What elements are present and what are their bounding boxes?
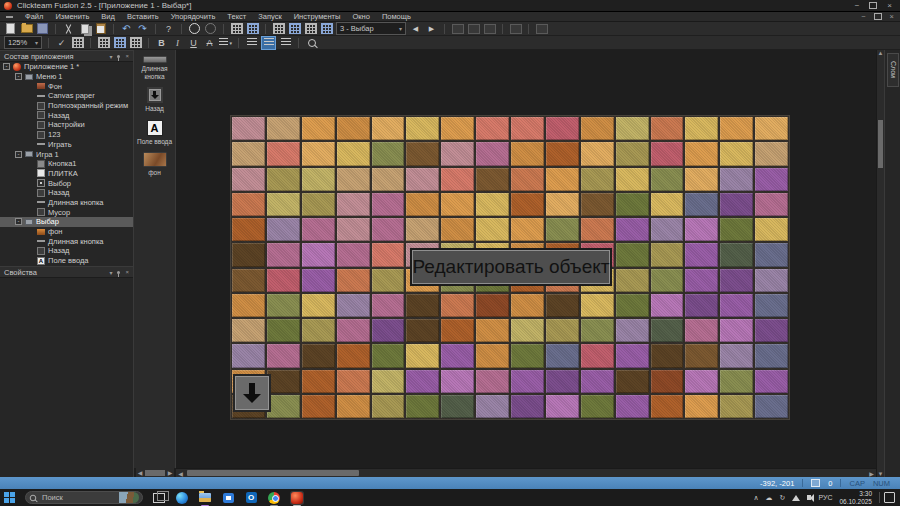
hidden-icons-chevron[interactable]: ∧ xyxy=(753,494,758,502)
onedrive-icon[interactable]: ☁ xyxy=(766,494,773,502)
network-icon[interactable] xyxy=(792,495,800,501)
event-editor-button[interactable] xyxy=(272,23,285,35)
scroll-left-icon[interactable]: ◀ xyxy=(176,470,185,477)
underline-button[interactable]: U xyxy=(187,37,200,49)
run-frame-button[interactable] xyxy=(204,23,217,35)
notification-center-button[interactable] xyxy=(879,492,896,503)
library-scrollbar-thumb[interactable] xyxy=(145,470,165,476)
previous-frame-button[interactable]: ◀ xyxy=(409,23,422,35)
redo-button[interactable]: ↷ xyxy=(136,23,149,35)
scroll-right-icon[interactable]: ▶ xyxy=(166,469,174,476)
frame-editor-button[interactable] xyxy=(246,23,259,35)
tree-item[interactable]: Назад xyxy=(0,246,133,256)
tree-item[interactable]: Полноэкранный режим xyxy=(0,101,133,111)
minimize-button[interactable]: − xyxy=(855,2,860,10)
tree-item[interactable]: Настройки xyxy=(0,120,133,130)
chrome-icon[interactable] xyxy=(267,491,281,505)
tree-item[interactable]: фон xyxy=(0,227,133,237)
tree-item[interactable]: Длинная кнопка xyxy=(0,236,133,246)
search-highlight-image[interactable] xyxy=(119,492,139,503)
menu-item[interactable]: Упорядочить xyxy=(165,12,222,21)
new-button[interactable] xyxy=(4,23,17,35)
file-explorer-icon[interactable] xyxy=(198,491,212,505)
menu-item[interactable]: Изменить xyxy=(49,12,95,21)
volume-icon[interactable] xyxy=(807,495,811,500)
event-list-editor-button[interactable] xyxy=(288,23,301,35)
edit-object-button[interactable]: Редактировать объект xyxy=(410,248,612,286)
tree-item[interactable]: Назад xyxy=(0,110,133,120)
close-button[interactable]: × xyxy=(887,2,892,10)
cascade-windows-button[interactable] xyxy=(451,23,464,35)
menu-item[interactable]: Окно xyxy=(346,12,375,21)
next-frame-button[interactable]: ▶ xyxy=(425,23,438,35)
open-button[interactable] xyxy=(20,23,33,35)
edit-mode-button[interactable]: ✓ xyxy=(55,37,68,49)
update-icon[interactable]: ↻ xyxy=(780,494,786,502)
storyboard-editor-button[interactable] xyxy=(230,23,243,35)
zoom-level-dropdown[interactable]: 125% ▾ xyxy=(4,36,42,49)
scroll-right-icon[interactable]: ▶ xyxy=(867,470,876,477)
undo-button[interactable]: ↶ xyxy=(120,23,133,35)
tree-item[interactable]: Canvas paper xyxy=(0,91,133,101)
object-snap-button[interactable] xyxy=(129,37,142,49)
mdi-restore-button[interactable] xyxy=(874,13,882,20)
tree-item[interactable]: -Меню 1 xyxy=(0,72,133,82)
properties-close-icon[interactable]: × xyxy=(125,269,129,275)
save-button[interactable] xyxy=(36,23,49,35)
task-view-button[interactable] xyxy=(152,491,166,505)
tile-horizontal-button[interactable] xyxy=(467,23,480,35)
cut-button[interactable] xyxy=(62,23,75,35)
canvas-vscroll-thumb[interactable] xyxy=(878,120,883,168)
tree-item[interactable]: 123 xyxy=(0,130,133,140)
frame-editor-canvas[interactable]: Редактировать объект xyxy=(176,50,876,468)
tree-item[interactable]: -Выбар xyxy=(0,217,133,227)
fusion-taskbar-icon[interactable] xyxy=(290,491,304,505)
workspace-close-icon[interactable]: × xyxy=(125,53,129,59)
tree-item[interactable]: Назад xyxy=(0,188,133,198)
clock[interactable]: 3:30 06.10.2025 xyxy=(839,490,872,505)
workspace-pin-icon[interactable] xyxy=(117,55,120,58)
help-button[interactable]: ? xyxy=(162,23,175,35)
canvas-hscroll-thumb[interactable] xyxy=(187,470,359,476)
italic-button[interactable]: I xyxy=(171,37,184,49)
mdi-child-icon[interactable] xyxy=(6,16,13,18)
language-indicator[interactable]: РУС xyxy=(818,494,832,501)
taskbar-search[interactable] xyxy=(25,491,143,504)
tree-item[interactable]: Выбор xyxy=(0,178,133,188)
tree-item[interactable]: -Приложение 1 * xyxy=(0,62,133,72)
text-color-button[interactable]: ▾ xyxy=(219,37,232,49)
window-layout-button[interactable] xyxy=(509,23,522,35)
mdi-minimize-button[interactable]: − xyxy=(861,12,865,21)
scroll-up-icon[interactable]: ▲ xyxy=(877,50,884,56)
microsoft-store-icon[interactable] xyxy=(221,491,235,505)
frame-selector-dropdown[interactable]: 3 - Выбар ▾ xyxy=(336,22,406,35)
library-item[interactable]: фон xyxy=(135,152,175,177)
start-button[interactable] xyxy=(4,492,16,504)
tree-item[interactable]: Кнопка1 xyxy=(0,159,133,169)
canvas-horizontal-scrollbar[interactable]: ◀ ▶ xyxy=(176,468,876,477)
paste-button[interactable] xyxy=(94,23,107,35)
layers-tab[interactable]: Слои xyxy=(887,53,899,87)
tree-expander-icon[interactable]: - xyxy=(15,218,22,225)
align-center-button[interactable] xyxy=(261,36,276,50)
library-scrollbar[interactable]: ◀ ▶ xyxy=(136,468,174,477)
tree-item[interactable]: ПЛИТКА xyxy=(0,169,133,179)
tree-item[interactable]: Длинная кнопка xyxy=(0,198,133,208)
library-item[interactable]: Назад xyxy=(135,87,175,113)
run-application-button[interactable] xyxy=(188,23,201,35)
menu-item[interactable]: Вставить xyxy=(121,12,165,21)
menu-item[interactable]: Инструменты xyxy=(288,12,347,21)
show-grid-button[interactable] xyxy=(97,37,110,49)
menu-item[interactable]: Текст xyxy=(221,12,252,21)
search-input[interactable] xyxy=(40,492,114,503)
canvas-vertical-scrollbar[interactable]: ▲ ▼ xyxy=(876,50,884,477)
tree-expander-icon[interactable]: - xyxy=(15,151,22,158)
expression-editor-button[interactable] xyxy=(320,23,333,35)
library-item[interactable]: AПоле ввода xyxy=(135,120,175,146)
mdi-close-button[interactable]: × xyxy=(890,12,894,21)
workspace-dropdown-icon[interactable]: ▾ xyxy=(109,53,112,60)
menu-item[interactable]: Запуск xyxy=(252,12,287,21)
tree-item[interactable]: Играть xyxy=(0,140,133,150)
menu-item[interactable]: Файл xyxy=(19,12,49,21)
strikethrough-button[interactable]: A xyxy=(203,37,216,49)
